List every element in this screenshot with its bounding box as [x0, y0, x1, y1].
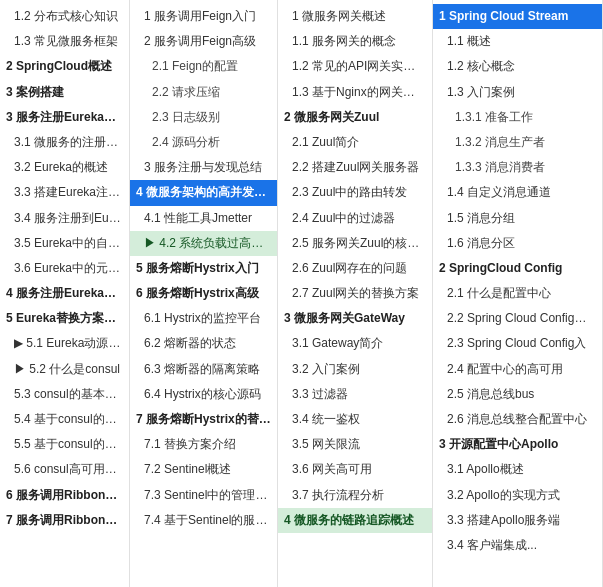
- tree-item-c2_4[interactable]: 2.2 请求压缩: [130, 80, 277, 105]
- tree-item-c2_16[interactable]: 6.4 Hystrix的核心源码: [130, 382, 277, 407]
- column-3[interactable]: 1 微服务网关概述1.1 服务网关的概念1.2 常见的API网关实现方式1.3 …: [278, 0, 433, 587]
- column-2[interactable]: 1 服务调用Feign入门2 服务调用Feign高级2.1 Feign的配置2.…: [130, 0, 278, 587]
- tree-item-c4_12[interactable]: 2.1 什么是配置中心: [433, 281, 602, 306]
- tree-item-c3_21[interactable]: 4 微服务的链路追踪概述: [278, 508, 432, 533]
- tree-item-c1_19[interactable]: 5.6 consul高可用集群: [0, 457, 129, 482]
- tree-item-c1_3[interactable]: 2 SpringCloud概述: [0, 54, 129, 79]
- tree-item-c1_5[interactable]: 3 服务注册Eureka基础: [0, 105, 129, 130]
- tree-item-c1_15[interactable]: ▶ 5.2 什么是consul: [0, 357, 129, 382]
- tree-item-c1_1[interactable]: 1.2 分布式核心知识: [0, 4, 129, 29]
- tree-item-c2_6[interactable]: 2.4 源码分析: [130, 130, 277, 155]
- tree-item-c1_10[interactable]: 3.5 Eureka中的自我保护: [0, 231, 129, 256]
- tree-item-c3_5[interactable]: 2 微服务网关Zuul: [278, 105, 432, 130]
- tree-item-c3_14[interactable]: 3.1 Gateway简介: [278, 331, 432, 356]
- tree-item-c4_21[interactable]: 3.3 搭建Apollo服务端: [433, 508, 602, 533]
- tree-item-c4_16[interactable]: 2.5 消息总线bus: [433, 382, 602, 407]
- tree-item-c3_3[interactable]: 1.2 常见的API网关实现方式: [278, 54, 432, 79]
- tree-item-c1_20[interactable]: 6 服务调用Ribbon入门: [0, 483, 129, 508]
- tree-item-c2_9[interactable]: 4.1 性能工具Jmetter: [130, 206, 277, 231]
- tree-item-c2_19[interactable]: 7.2 Sentinel概述: [130, 457, 277, 482]
- tree-item-c4_11[interactable]: 2 SpringCloud Config: [433, 256, 602, 281]
- tree-item-c4_9[interactable]: 1.5 消息分组: [433, 206, 602, 231]
- tree-item-c3_19[interactable]: 3.6 网关高可用: [278, 457, 432, 482]
- tree-item-c3_20[interactable]: 3.7 执行流程分析: [278, 483, 432, 508]
- tree-item-c1_16[interactable]: 5.3 consul的基本使用: [0, 382, 129, 407]
- tree-item-c3_4[interactable]: 1.3 基于Nginx的网关实现: [278, 80, 432, 105]
- tree-item-c2_10[interactable]: ▶ 4.2 系统负载过高存在的问题: [130, 231, 277, 256]
- tree-item-c1_12[interactable]: 4 服务注册Eureka高级: [0, 281, 129, 306]
- tree-item-c3_2[interactable]: 1.1 服务网关的概念: [278, 29, 432, 54]
- tree-item-c1_17[interactable]: 5.4 基于consul的服务注册: [0, 407, 129, 432]
- tree-item-c4_15[interactable]: 2.4 配置中心的高可用: [433, 357, 602, 382]
- tree-item-c3_8[interactable]: 2.3 Zuul中的路由转发: [278, 180, 432, 205]
- tree-item-c1_13[interactable]: 5 Eureka替换方案Consul: [0, 306, 129, 331]
- tree-item-c2_11[interactable]: 5 服务熔断Hystrix入门: [130, 256, 277, 281]
- column-4[interactable]: 1 Spring Cloud Stream1.1 概述1.2 核心概念1.3 入…: [433, 0, 603, 587]
- tree-item-c2_3[interactable]: 2.1 Feign的配置: [130, 54, 277, 79]
- tree-item-c3_11[interactable]: 2.6 Zuul网存在的问题: [278, 256, 432, 281]
- tree-item-c4_2[interactable]: 1.1 概述: [433, 29, 602, 54]
- tree-item-c1_6[interactable]: 3.1 微服务的注册中心: [0, 130, 129, 155]
- tree-item-c4_13[interactable]: 2.2 Spring Cloud Config简单: [433, 306, 602, 331]
- tree-item-c2_1[interactable]: 1 服务调用Feign入门: [130, 4, 277, 29]
- tree-item-c1_11[interactable]: 3.6 Eureka中的元数据: [0, 256, 129, 281]
- tree-item-c4_19[interactable]: 3.1 Apollo概述: [433, 457, 602, 482]
- tree-item-c2_8[interactable]: 4 微服务架构的高并发问题: [130, 180, 277, 205]
- tree-item-c3_7[interactable]: 2.2 搭建Zuul网关服务器: [278, 155, 432, 180]
- tree-item-c1_8[interactable]: 3.3 搭建Eureka注册中心: [0, 180, 129, 205]
- tree-item-c4_8[interactable]: 1.4 自定义消息通道: [433, 180, 602, 205]
- tree-item-c4_14[interactable]: 2.3 Spring Cloud Config入: [433, 331, 602, 356]
- tree-item-c4_3[interactable]: 1.2 核心概念: [433, 54, 602, 79]
- tree-item-c3_13[interactable]: 3 微服务网关GateWay: [278, 306, 432, 331]
- tree-item-c2_12[interactable]: 6 服务熔断Hystrix高级: [130, 281, 277, 306]
- tree-item-c3_12[interactable]: 2.7 Zuul网关的替换方案: [278, 281, 432, 306]
- tree-item-c3_6[interactable]: 2.1 Zuul简介: [278, 130, 432, 155]
- tree-item-c4_20[interactable]: 3.2 Apollo的实现方式: [433, 483, 602, 508]
- tree-item-c2_18[interactable]: 7.1 替换方案介绍: [130, 432, 277, 457]
- tree-item-c1_21[interactable]: 7 服务调用Ribbon高级: [0, 508, 129, 533]
- tree-item-c3_10[interactable]: 2.5 服务网关Zuul的核心过滤器: [278, 231, 432, 256]
- tree-item-c2_5[interactable]: 2.3 日志级别: [130, 105, 277, 130]
- tree-item-c4_22[interactable]: 3.4 客户端集成...: [433, 533, 602, 558]
- tree-item-c4_4[interactable]: 1.3 入门案例: [433, 80, 602, 105]
- tree-item-c1_18[interactable]: 5.5 基于consul的服务发现: [0, 432, 129, 457]
- tree-item-c3_18[interactable]: 3.5 网关限流: [278, 432, 432, 457]
- tree-item-c2_20[interactable]: 7.3 Sentinel中的管理控制台: [130, 483, 277, 508]
- tree-item-c4_6[interactable]: 1.3.2 消息生产者: [433, 130, 602, 155]
- tree-item-c3_16[interactable]: 3.3 过滤器: [278, 382, 432, 407]
- tree-item-c4_7[interactable]: 1.3.3 消息消费者: [433, 155, 602, 180]
- tree-item-c3_1[interactable]: 1 微服务网关概述: [278, 4, 432, 29]
- tree-item-c2_13[interactable]: 6.1 Hystrix的监控平台: [130, 306, 277, 331]
- tree-item-c2_14[interactable]: 6.2 熔断器的状态: [130, 331, 277, 356]
- tree-item-c2_17[interactable]: 7 服务熔断Hystrix的替换方案: [130, 407, 277, 432]
- tree-item-c4_10[interactable]: 1.6 消息分区: [433, 231, 602, 256]
- tree-item-c2_2[interactable]: 2 服务调用Feign高级: [130, 29, 277, 54]
- tree-item-c3_9[interactable]: 2.4 Zuul中的过滤器: [278, 206, 432, 231]
- tree-item-c4_5[interactable]: 1.3.1 准备工作: [433, 105, 602, 130]
- tree-item-c2_21[interactable]: 7.4 基于Sentinel的服务保护: [130, 508, 277, 533]
- tree-item-c1_14[interactable]: ▶ 5.1 Eureka动源的影响: [0, 331, 129, 356]
- tree-item-c4_1[interactable]: 1 Spring Cloud Stream: [433, 4, 602, 29]
- tree-item-c1_9[interactable]: 3.4 服务注册到Eureka注册: [0, 206, 129, 231]
- tree-item-c3_17[interactable]: 3.4 统一鉴权: [278, 407, 432, 432]
- tree-item-c1_4[interactable]: 3 案例搭建: [0, 80, 129, 105]
- tree-item-c4_17[interactable]: 2.6 消息总线整合配置中心: [433, 407, 602, 432]
- tree-item-c2_15[interactable]: 6.3 熔断器的隔离策略: [130, 357, 277, 382]
- tree-item-c3_15[interactable]: 3.2 入门案例: [278, 357, 432, 382]
- column-1[interactable]: 1.2 分布式核心知识1.3 常见微服务框架2 SpringCloud概述3 案…: [0, 0, 130, 587]
- tree-item-c1_2[interactable]: 1.3 常见微服务框架: [0, 29, 129, 54]
- tree-item-c2_7[interactable]: 3 服务注册与发现总结: [130, 155, 277, 180]
- tree-item-c4_18[interactable]: 3 开源配置中心Apollo: [433, 432, 602, 457]
- tree-item-c1_7[interactable]: 3.2 Eureka的概述: [0, 155, 129, 180]
